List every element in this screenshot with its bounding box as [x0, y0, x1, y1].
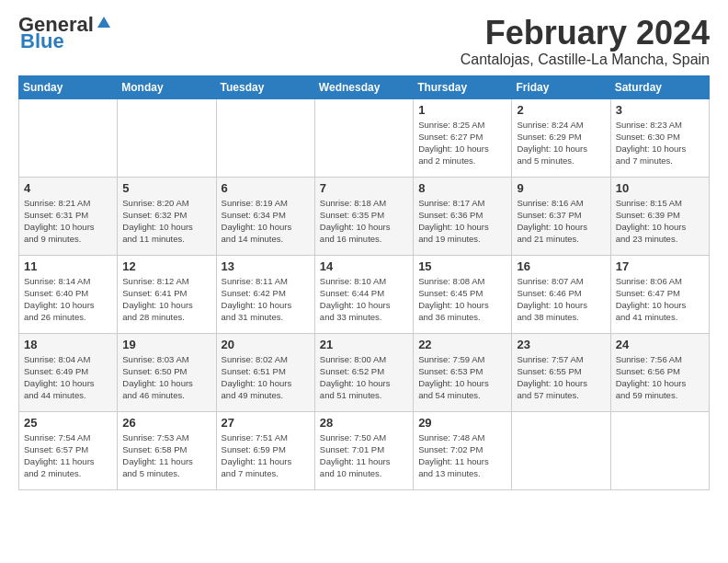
calendar-header-row: SundayMondayTuesdayWednesdayThursdayFrid… [19, 75, 710, 98]
day-info: Sunrise: 8:16 AM Sunset: 6:37 PM Dayligh… [517, 197, 605, 246]
day-number: 18 [24, 338, 112, 351]
calendar-cell: 15Sunrise: 8:08 AM Sunset: 6:45 PM Dayli… [414, 255, 512, 333]
day-number: 11 [24, 259, 112, 273]
calendar-week-row: 18Sunrise: 8:04 AM Sunset: 6:49 PM Dayli… [19, 333, 710, 411]
day-number: 28 [320, 416, 408, 430]
day-number: 16 [517, 259, 605, 273]
calendar-cell: 4Sunrise: 8:21 AM Sunset: 6:31 PM Daylig… [19, 177, 118, 255]
column-header-tuesday: Tuesday [216, 75, 314, 98]
calendar-cell: 7Sunrise: 8:18 AM Sunset: 6:35 PM Daylig… [314, 177, 413, 255]
day-number: 22 [418, 338, 506, 351]
calendar-cell: 14Sunrise: 8:10 AM Sunset: 6:44 PM Dayli… [314, 255, 413, 333]
calendar-cell: 20Sunrise: 8:02 AM Sunset: 6:51 PM Dayli… [216, 333, 314, 411]
column-header-saturday: Saturday [610, 75, 709, 98]
day-number: 19 [122, 338, 210, 351]
calendar-cell: 29Sunrise: 7:48 AM Sunset: 7:02 PM Dayli… [414, 411, 512, 489]
column-header-sunday: Sunday [19, 75, 118, 98]
day-number: 23 [517, 338, 605, 351]
day-number: 8 [418, 181, 506, 195]
calendar-cell: 21Sunrise: 8:00 AM Sunset: 6:52 PM Dayli… [314, 333, 413, 411]
day-info: Sunrise: 8:12 AM Sunset: 6:41 PM Dayligh… [122, 275, 210, 324]
calendar-cell: 23Sunrise: 7:57 AM Sunset: 6:55 PM Dayli… [512, 333, 610, 411]
day-info: Sunrise: 8:21 AM Sunset: 6:31 PM Dayligh… [24, 197, 112, 246]
day-info: Sunrise: 8:11 AM Sunset: 6:42 PM Dayligh… [222, 275, 310, 324]
day-info: Sunrise: 8:20 AM Sunset: 6:32 PM Dayligh… [122, 197, 210, 246]
page-header: General Blue February 2024 Cantalojas, C… [18, 15, 710, 68]
day-info: Sunrise: 8:00 AM Sunset: 6:52 PM Dayligh… [320, 353, 408, 402]
day-number: 24 [616, 338, 704, 351]
day-info: Sunrise: 7:48 AM Sunset: 7:02 PM Dayligh… [418, 431, 506, 480]
day-info: Sunrise: 8:04 AM Sunset: 6:49 PM Dayligh… [24, 353, 112, 402]
calendar-cell: 13Sunrise: 8:11 AM Sunset: 6:42 PM Dayli… [216, 255, 314, 333]
logo-icon [96, 15, 112, 31]
calendar-cell: 8Sunrise: 8:17 AM Sunset: 6:36 PM Daylig… [414, 177, 512, 255]
day-number: 25 [24, 416, 112, 430]
day-number: 29 [418, 416, 506, 430]
day-number: 7 [320, 181, 408, 195]
calendar-cell: 18Sunrise: 8:04 AM Sunset: 6:49 PM Dayli… [19, 333, 118, 411]
column-header-monday: Monday [118, 75, 216, 98]
day-number: 17 [616, 259, 704, 273]
calendar-cell: 12Sunrise: 8:12 AM Sunset: 6:41 PM Dayli… [118, 255, 216, 333]
day-number: 10 [616, 181, 704, 195]
calendar-cell [19, 98, 118, 177]
calendar-week-row: 1Sunrise: 8:25 AM Sunset: 6:27 PM Daylig… [19, 98, 710, 177]
calendar-week-row: 4Sunrise: 8:21 AM Sunset: 6:31 PM Daylig… [19, 177, 710, 255]
page-title: February 2024 [461, 15, 710, 52]
calendar-cell: 6Sunrise: 8:19 AM Sunset: 6:34 PM Daylig… [216, 177, 314, 255]
day-number: 1 [418, 103, 506, 117]
page-subtitle: Cantalojas, Castille-La Mancha, Spain [461, 52, 710, 68]
calendar-week-row: 25Sunrise: 7:54 AM Sunset: 6:57 PM Dayli… [19, 411, 710, 489]
day-number: 12 [122, 259, 210, 273]
day-number: 20 [222, 338, 310, 351]
calendar-cell [314, 98, 413, 177]
day-info: Sunrise: 8:25 AM Sunset: 6:27 PM Dayligh… [418, 119, 506, 167]
day-number: 4 [24, 181, 112, 195]
column-header-thursday: Thursday [414, 75, 512, 98]
day-number: 6 [222, 181, 310, 195]
title-block: February 2024 Cantalojas, Castille-La Ma… [461, 15, 710, 68]
day-info: Sunrise: 8:08 AM Sunset: 6:45 PM Dayligh… [418, 275, 506, 324]
calendar-cell: 22Sunrise: 7:59 AM Sunset: 6:53 PM Dayli… [414, 333, 512, 411]
day-info: Sunrise: 7:59 AM Sunset: 6:53 PM Dayligh… [418, 353, 506, 402]
calendar-cell: 9Sunrise: 8:16 AM Sunset: 6:37 PM Daylig… [512, 177, 610, 255]
calendar-cell [118, 98, 216, 177]
day-number: 13 [222, 259, 310, 273]
day-info: Sunrise: 8:18 AM Sunset: 6:35 PM Dayligh… [320, 197, 408, 246]
calendar-cell: 24Sunrise: 7:56 AM Sunset: 6:56 PM Dayli… [610, 333, 709, 411]
calendar-cell: 16Sunrise: 8:07 AM Sunset: 6:46 PM Dayli… [512, 255, 610, 333]
day-info: Sunrise: 7:57 AM Sunset: 6:55 PM Dayligh… [517, 353, 605, 402]
day-number: 5 [122, 181, 210, 195]
calendar-cell: 17Sunrise: 8:06 AM Sunset: 6:47 PM Dayli… [610, 255, 709, 333]
calendar-cell: 5Sunrise: 8:20 AM Sunset: 6:32 PM Daylig… [118, 177, 216, 255]
day-info: Sunrise: 8:24 AM Sunset: 6:29 PM Dayligh… [517, 119, 605, 167]
day-info: Sunrise: 8:15 AM Sunset: 6:39 PM Dayligh… [616, 197, 704, 246]
calendar-table: SundayMondayTuesdayWednesdayThursdayFrid… [18, 75, 710, 490]
day-number: 14 [320, 259, 408, 273]
day-info: Sunrise: 7:50 AM Sunset: 7:01 PM Dayligh… [320, 431, 408, 480]
day-info: Sunrise: 8:03 AM Sunset: 6:50 PM Dayligh… [122, 353, 210, 402]
day-info: Sunrise: 8:07 AM Sunset: 6:46 PM Dayligh… [517, 275, 605, 324]
column-header-friday: Friday [512, 75, 610, 98]
day-info: Sunrise: 8:10 AM Sunset: 6:44 PM Dayligh… [320, 275, 408, 324]
calendar-cell: 19Sunrise: 8:03 AM Sunset: 6:50 PM Dayli… [118, 333, 216, 411]
calendar-week-row: 11Sunrise: 8:14 AM Sunset: 6:40 PM Dayli… [19, 255, 710, 333]
logo: General Blue [18, 15, 112, 52]
day-info: Sunrise: 7:54 AM Sunset: 6:57 PM Dayligh… [24, 431, 112, 480]
calendar-cell [610, 411, 709, 489]
calendar-cell: 2Sunrise: 8:24 AM Sunset: 6:29 PM Daylig… [512, 98, 610, 177]
day-number: 27 [222, 416, 310, 430]
column-header-wednesday: Wednesday [314, 75, 413, 98]
day-info: Sunrise: 8:17 AM Sunset: 6:36 PM Dayligh… [418, 197, 506, 246]
calendar-cell: 1Sunrise: 8:25 AM Sunset: 6:27 PM Daylig… [414, 98, 512, 177]
calendar-cell: 3Sunrise: 8:23 AM Sunset: 6:30 PM Daylig… [610, 98, 709, 177]
calendar-cell: 11Sunrise: 8:14 AM Sunset: 6:40 PM Dayli… [19, 255, 118, 333]
calendar-cell [512, 411, 610, 489]
calendar-cell: 10Sunrise: 8:15 AM Sunset: 6:39 PM Dayli… [610, 177, 709, 255]
day-info: Sunrise: 7:51 AM Sunset: 6:59 PM Dayligh… [222, 431, 310, 480]
calendar-cell: 27Sunrise: 7:51 AM Sunset: 6:59 PM Dayli… [216, 411, 314, 489]
calendar-cell [216, 98, 314, 177]
svg-marker-0 [97, 17, 110, 28]
day-info: Sunrise: 8:23 AM Sunset: 6:30 PM Dayligh… [616, 119, 704, 167]
day-number: 21 [320, 338, 408, 351]
